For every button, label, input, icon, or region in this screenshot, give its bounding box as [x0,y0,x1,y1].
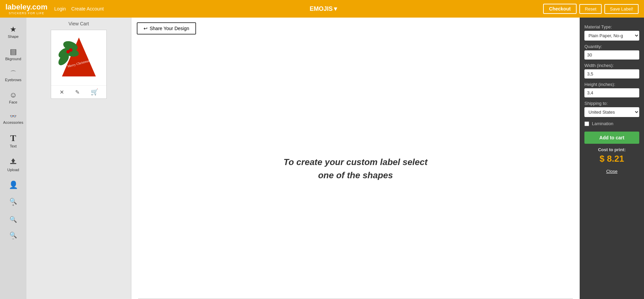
material-type-section: Material Type: Plain Paper, No-g Vinyl G… [584,24,639,41]
zoom-in-plus: + [12,203,14,207]
quantity-label: Quantity: [584,44,639,49]
face-icon: ☺ [9,91,17,99]
cart-title: View Cart [68,21,89,26]
width-input[interactable] [584,69,639,78]
sidebar-label-eyebrows: Eyebrows [5,78,21,82]
lamination-checkbox[interactable] [584,121,589,126]
width-label: Width (inches): [584,63,639,68]
background-icon: ▤ [10,48,17,55]
quantity-input[interactable] [584,50,639,60]
canvas-content: To create your custom label select one o… [131,39,580,298]
search-icon: 🔍 [9,216,17,223]
sidebar-item-shape[interactable]: ★ Shape [0,21,26,43]
height-input[interactable] [584,88,639,97]
sidebar-item-search[interactable]: 🔍 [0,212,26,227]
header-center: EMOJIS ▾ [104,5,543,13]
lamination-label: Lamination [592,121,614,126]
cost-label: Cost to print: [584,147,639,152]
reset-button[interactable]: Reset [579,4,602,14]
height-section: Height (inches): [584,82,639,97]
canvas-area: ↩ Share Your Design To create your custo… [131,18,580,299]
cart-item-card: Merry Christmas ✕ ✎ 🛒 [51,30,107,99]
edit-cart-item-button[interactable]: ✎ [75,89,80,95]
canvas-toolbar: ↩ Share Your Design [131,18,580,39]
sidebar-label-shape: Shape [8,34,19,39]
canvas-placeholder: To create your custom label select one o… [283,156,427,182]
upload-icon [9,158,17,166]
logo-area: labeley.com STICKERS FOR LIFE [5,3,47,15]
user-icon: 👤 [9,181,18,189]
checkout-button[interactable]: Checkout [543,4,577,14]
svg-marker-1 [11,158,15,163]
login-link[interactable]: Login [54,6,66,12]
logo-sub: STICKERS FOR LIFE [5,12,47,15]
share-design-button[interactable]: ↩ Share Your Design [137,22,196,34]
chevron-down-icon: ▾ [334,5,337,13]
accessories-icon: 👓 [10,114,17,119]
delete-cart-item-button[interactable]: ✕ [60,89,64,95]
main-layout: ★ Shape ▤ Bkground ⌒ Eyebrows ☺ Face 👓 A… [0,18,644,299]
text-icon: T [10,134,16,143]
cart-item-image: Merry Christmas [51,30,106,85]
left-sidebar: ★ Shape ▤ Bkground ⌒ Eyebrows ☺ Face 👓 A… [0,18,26,299]
right-panel: Material Type: Plain Paper, No-g Vinyl G… [580,18,644,299]
sidebar-label-text: Text [10,144,17,148]
material-type-select[interactable]: Plain Paper, No-g Vinyl Glossy Matte [584,31,639,41]
sidebar-item-zoom-out[interactable]: 🔍 − [0,227,26,246]
cart-panel: View Cart Merry Christmas [26,18,131,299]
sidebar-label-upload: Upload [7,168,19,172]
svg-point-8 [69,48,72,52]
sidebar-item-text[interactable]: T Text [0,129,26,153]
cost-value: $ 8.21 [584,154,639,164]
shipping-label: Shipping to: [584,101,639,106]
sidebar-item-upload[interactable]: Upload [0,153,26,177]
cost-section: Cost to print: $ 8.21 [584,147,639,164]
cart-item-actions: ✕ ✎ 🛒 [51,85,106,98]
sidebar-item-bkground[interactable]: ▤ Bkground [0,43,26,66]
lamination-section: Lamination [584,121,639,126]
share-icon: ↩ [144,26,148,31]
header-nav: Login Create Account [54,6,104,12]
eyebrows-icon: ⌒ [10,70,16,76]
sidebar-item-accessories[interactable]: 👓 Accessories [0,109,26,129]
add-to-cart-button[interactable]: Add to cart [584,132,639,144]
shipping-select[interactable]: United States Canada United Kingdom Aust… [584,107,639,117]
quantity-section: Quantity: [584,44,639,60]
width-section: Width (inches): [584,63,639,78]
sidebar-item-face[interactable]: ☺ Face [0,87,26,109]
header-right: Checkout Reset Save Label! [543,4,639,14]
material-type-label: Material Type: [584,24,639,29]
sidebar-label-bkground: Bkground [5,57,21,61]
sidebar-label-accessories: Accessories [3,120,23,124]
sidebar-item-eyebrows[interactable]: ⌒ Eyebrows [0,66,26,87]
emojis-button[interactable]: EMOJIS ▾ [309,5,337,13]
sidebar-item-zoom-in[interactable]: 🔍 + [0,193,26,212]
add-to-cart-icon-button[interactable]: 🛒 [91,88,98,96]
sticker-preview: Merry Christmas [55,34,103,82]
close-link[interactable]: Close [584,169,639,174]
save-label-button[interactable]: Save Label! [604,4,639,14]
sidebar-item-user[interactable]: 👤 [0,177,26,193]
logo-text: labeley.com [5,3,47,11]
sidebar-label-face: Face [9,100,17,104]
zoom-out-minus: − [12,237,14,241]
star-icon: ★ [10,26,17,33]
shipping-section: Shipping to: United States Canada United… [584,101,639,117]
svg-rect-0 [10,163,16,164]
height-label: Height (inches): [584,82,639,87]
create-account-link[interactable]: Create Account [71,6,104,12]
header: labeley.com STICKERS FOR LIFE Login Crea… [0,0,644,18]
